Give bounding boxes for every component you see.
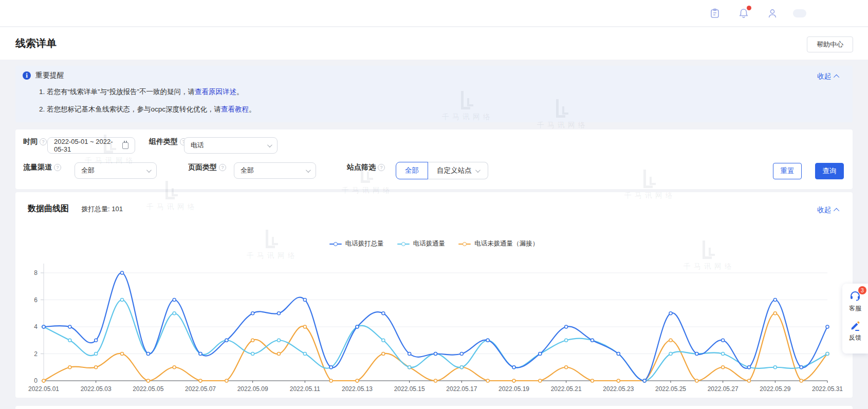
data-point[interactable] xyxy=(539,352,542,356)
data-point[interactable] xyxy=(251,312,254,315)
data-point[interactable] xyxy=(68,325,71,328)
data-point[interactable] xyxy=(486,339,489,342)
data-point[interactable] xyxy=(121,352,124,356)
data-point[interactable] xyxy=(591,379,594,382)
data-point[interactable] xyxy=(512,366,515,369)
data-point[interactable] xyxy=(643,379,646,382)
data-point[interactable] xyxy=(486,379,489,382)
data-point[interactable] xyxy=(695,379,698,382)
data-point[interactable] xyxy=(773,312,777,315)
data-point[interactable] xyxy=(800,366,803,369)
data-point[interactable] xyxy=(460,352,463,356)
data-point[interactable] xyxy=(565,325,568,328)
site-filter-custom-option[interactable]: 自定义站点 xyxy=(428,162,488,179)
clipboard-icon[interactable] xyxy=(707,5,723,22)
data-point[interactable] xyxy=(617,379,620,382)
data-point[interactable] xyxy=(278,352,281,356)
data-point[interactable] xyxy=(512,379,515,382)
data-point[interactable] xyxy=(565,366,568,369)
data-point[interactable] xyxy=(539,379,542,382)
data-point[interactable] xyxy=(251,352,254,356)
data-point[interactable] xyxy=(278,312,281,315)
data-point[interactable] xyxy=(329,366,333,369)
data-point[interactable] xyxy=(565,339,568,342)
data-point[interactable] xyxy=(251,339,254,342)
data-point[interactable] xyxy=(800,379,803,382)
component-type-select[interactable]: 电话 xyxy=(184,137,278,154)
data-point[interactable] xyxy=(68,366,71,369)
data-point[interactable] xyxy=(356,325,359,328)
data-point[interactable] xyxy=(722,339,725,342)
data-point[interactable] xyxy=(748,366,751,369)
chart-collapse-button[interactable]: 收起 xyxy=(817,206,839,215)
data-point[interactable] xyxy=(199,352,202,356)
bell-icon[interactable] xyxy=(735,5,752,22)
data-point[interactable] xyxy=(95,366,98,369)
date-range-input[interactable]: 2022-05-01 ~ 2022-05-31 xyxy=(47,137,135,154)
data-point[interactable] xyxy=(617,352,620,356)
data-point[interactable] xyxy=(669,339,672,342)
data-point[interactable] xyxy=(382,352,385,356)
query-button[interactable]: 查询 xyxy=(815,163,844,179)
data-point[interactable] xyxy=(42,379,45,382)
data-point[interactable] xyxy=(303,299,306,302)
data-point[interactable] xyxy=(460,366,463,369)
data-point[interactable] xyxy=(434,379,437,382)
data-point[interactable] xyxy=(173,299,176,302)
customer-service-button[interactable]: 3 客服 xyxy=(849,290,861,313)
data-point[interactable] xyxy=(68,339,71,342)
avatar[interactable] xyxy=(793,9,806,17)
data-point[interactable] xyxy=(382,339,385,342)
data-point[interactable] xyxy=(95,339,98,342)
data-point[interactable] xyxy=(146,352,150,356)
chart-legend: 电话拨打总量电话拨通量电话未拨通量（漏接） xyxy=(15,239,853,248)
legend-item-2[interactable]: 电话未拨通量（漏接） xyxy=(458,239,539,248)
data-point[interactable] xyxy=(121,271,124,274)
notice-collapse-button[interactable]: 收起 xyxy=(817,72,839,81)
data-point[interactable] xyxy=(303,352,306,356)
data-point[interactable] xyxy=(408,352,411,356)
data-point[interactable] xyxy=(382,312,385,315)
data-point[interactable] xyxy=(408,366,411,369)
data-point[interactable] xyxy=(278,339,281,342)
data-point[interactable] xyxy=(669,312,672,315)
data-point[interactable] xyxy=(42,325,45,328)
data-point[interactable] xyxy=(121,299,124,302)
question-icon[interactable]: ? xyxy=(40,138,47,145)
data-point[interactable] xyxy=(173,312,176,315)
reset-button[interactable]: 重置 xyxy=(773,163,802,179)
data-point[interactable] xyxy=(225,339,228,342)
data-point[interactable] xyxy=(434,352,437,356)
question-icon[interactable]: ? xyxy=(219,164,226,171)
notice-link-tutorial[interactable]: 查看教程 xyxy=(221,105,249,113)
feedback-button[interactable]: 反馈 xyxy=(849,320,861,342)
data-point[interactable] xyxy=(199,379,202,382)
data-point[interactable] xyxy=(225,379,228,382)
data-point[interactable] xyxy=(303,325,306,328)
legend-item-0[interactable]: 电话拨打总量 xyxy=(329,239,384,248)
help-center-button[interactable]: 帮助中心 xyxy=(807,36,853,52)
data-point[interactable] xyxy=(722,352,725,356)
data-point[interactable] xyxy=(695,352,698,356)
data-point[interactable] xyxy=(773,366,777,369)
question-icon[interactable]: ? xyxy=(378,164,385,171)
data-point[interactable] xyxy=(748,379,751,382)
legend-item-1[interactable]: 电话拨通量 xyxy=(397,239,446,248)
data-point[interactable] xyxy=(173,366,176,369)
data-point[interactable] xyxy=(146,379,150,382)
traffic-channel-select[interactable]: 全部 xyxy=(75,162,157,179)
user-icon[interactable] xyxy=(764,5,781,22)
data-point[interactable] xyxy=(826,325,829,328)
data-point[interactable] xyxy=(356,379,359,382)
data-point[interactable] xyxy=(591,339,594,342)
site-filter-all-option[interactable]: 全部 xyxy=(396,162,428,179)
data-point[interactable] xyxy=(329,379,333,382)
page-type-select[interactable]: 全部 xyxy=(234,162,316,179)
data-point[interactable] xyxy=(773,299,777,302)
question-icon[interactable]: ? xyxy=(54,164,61,171)
data-point[interactable] xyxy=(95,352,98,356)
data-point[interactable] xyxy=(669,352,672,356)
notice-link-reason[interactable]: 查看原因详述 xyxy=(195,88,236,96)
data-point[interactable] xyxy=(722,366,725,369)
data-point[interactable] xyxy=(826,352,829,356)
